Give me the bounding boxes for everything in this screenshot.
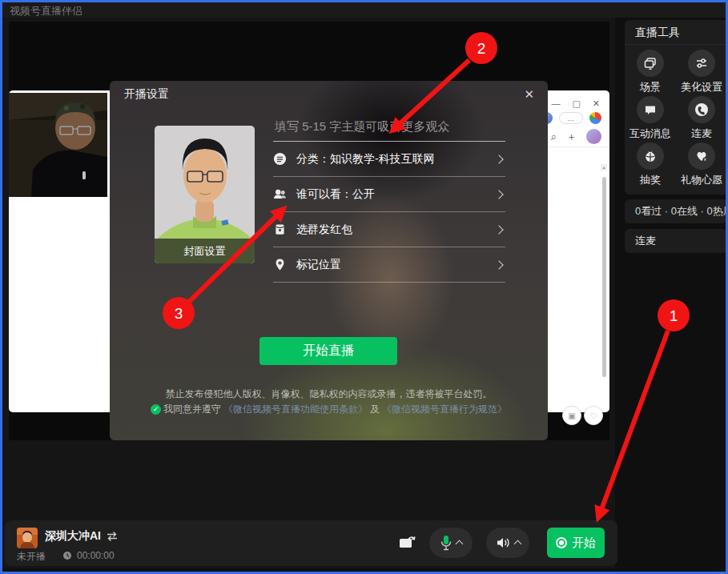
agreement-prefix: 我同意并遵守 bbox=[163, 403, 221, 416]
mic-options-chevron-icon[interactable] bbox=[455, 540, 463, 548]
minimize-icon[interactable]: — bbox=[551, 98, 560, 109]
extensions-pill[interactable]: … bbox=[559, 112, 583, 124]
chevron-right-icon bbox=[494, 155, 503, 163]
mic-link-panel-title: 连麦 bbox=[625, 229, 728, 253]
tool-label: 礼物心愿 bbox=[681, 173, 722, 187]
viewer-stats: 0看过 · 0在线 · 0热度 bbox=[625, 199, 728, 223]
red-packet-label: 选群发红包 bbox=[296, 223, 496, 237]
speaker-options-chevron-icon[interactable] bbox=[513, 540, 521, 548]
agree-check-icon[interactable]: ✓ bbox=[151, 404, 161, 415]
start-broadcast-label: 开始 bbox=[572, 536, 596, 551]
visibility-icon bbox=[273, 187, 287, 201]
mic-link-panel: 连麦 bbox=[625, 229, 728, 253]
scroll-arrow-icon[interactable]: ▴ bbox=[601, 164, 607, 171]
bottom-control-bar: 深圳大冲AI 未开播 00:00:00 bbox=[5, 520, 617, 566]
chevron-right-icon bbox=[494, 190, 503, 199]
category-icon bbox=[273, 152, 287, 166]
app-window: 视频号直播伴侣 — ▢ ✕ … ⌕ ＋ bbox=[0, 0, 728, 574]
live-tools-title: 直播工具 bbox=[625, 20, 728, 45]
settings-form: 分类：知识教学-科技互联网 谁可以看：公开 选群发 bbox=[273, 113, 505, 283]
tool-label: 连麦 bbox=[691, 126, 712, 141]
lottery-icon bbox=[643, 149, 658, 163]
webcam-preview[interactable] bbox=[9, 93, 107, 197]
cover-setting[interactable]: 封面设置 bbox=[155, 126, 255, 263]
terms-link[interactable]: 《微信视频号直播功能使用条款》 bbox=[223, 403, 368, 416]
red-packet-icon bbox=[273, 223, 287, 236]
agreement-middle: 及 bbox=[370, 403, 380, 416]
scene-icon bbox=[643, 56, 658, 70]
beautify-settings-icon bbox=[694, 56, 709, 70]
page-widget-icon[interactable]: ▣ bbox=[562, 406, 581, 425]
chevron-right-icon bbox=[494, 260, 503, 269]
live-status: 未开播 bbox=[17, 550, 46, 564]
webcam-image bbox=[9, 93, 107, 197]
speaker-icon bbox=[496, 536, 510, 549]
browser-scrollbar[interactable] bbox=[602, 177, 606, 377]
tool-grid: 场景 美化设置 互动消息 bbox=[625, 45, 728, 189]
interactive-message-icon bbox=[643, 102, 658, 117]
record-icon bbox=[556, 537, 567, 548]
browser-divider bbox=[537, 147, 609, 147]
location-label: 标记位置 bbox=[296, 258, 496, 272]
visibility-row[interactable]: 谁可以看：公开 bbox=[273, 177, 505, 212]
tool-beautify-settings[interactable]: 美化设置 bbox=[676, 50, 727, 96]
tool-lottery[interactable]: 抽奖 bbox=[625, 142, 676, 189]
clock-icon bbox=[62, 551, 72, 560]
live-tools-panel: 直播工具 场景 美化设置 bbox=[625, 20, 728, 195]
search-icon[interactable]: ⌕ bbox=[551, 130, 557, 143]
channel-name: 深圳大冲AI bbox=[45, 529, 101, 544]
title-bar: 视频号直播伴侣 bbox=[2, 2, 726, 18]
start-broadcast-button[interactable]: 开始 bbox=[547, 528, 605, 558]
visibility-label: 谁可以看：公开 bbox=[296, 187, 496, 202]
browser-action-row: ⌕ ＋ bbox=[547, 129, 601, 144]
svg-text:1: 1 bbox=[670, 307, 678, 324]
tool-label: 美化设置 bbox=[681, 80, 722, 94]
annotation-circle-1: 1 bbox=[658, 299, 690, 331]
maximize-icon[interactable]: ▢ bbox=[572, 98, 580, 109]
location-row[interactable]: 标记位置 bbox=[273, 247, 505, 283]
topic-input[interactable] bbox=[273, 113, 505, 142]
gift-wish-icon bbox=[694, 149, 709, 163]
live-timer: 00:00:00 bbox=[77, 550, 115, 561]
tool-interactive-message[interactable]: 互动消息 bbox=[625, 96, 676, 142]
tool-label: 场景 bbox=[640, 80, 661, 94]
mic-link-icon bbox=[694, 102, 709, 117]
close-icon[interactable]: ✕ bbox=[593, 98, 600, 109]
switch-account-icon[interactable] bbox=[106, 531, 119, 542]
channel-avatar bbox=[17, 528, 38, 548]
tool-mic-link[interactable]: 连麦 bbox=[676, 96, 727, 142]
disclaimer-text: 禁止发布侵犯他人版权、肖像权、隐私权的内容或录播，违者将被平台处罚。 bbox=[110, 387, 548, 401]
tool-scene[interactable]: 场景 bbox=[625, 50, 676, 96]
account-avatar[interactable] bbox=[586, 129, 601, 144]
tool-label: 抽奖 bbox=[640, 173, 661, 187]
browser-logo-icon bbox=[589, 112, 601, 124]
agreement-row: ✓ 我同意并遵守 《微信视频号直播功能使用条款》 及 《微信视频号直播行为规范》 bbox=[110, 403, 548, 416]
chevron-right-icon bbox=[494, 225, 503, 234]
cover-setting-label[interactable]: 封面设置 bbox=[155, 239, 255, 263]
broadcast-settings-modal: 开播设置 ✕ 封面设置 bbox=[110, 81, 548, 440]
browser-window-controls[interactable]: — ▢ ✕ bbox=[551, 98, 600, 109]
stats-panel: 0看过 · 0在线 · 0热度 bbox=[625, 199, 728, 223]
screen-share-icon[interactable] bbox=[397, 532, 416, 552]
mic-control[interactable] bbox=[429, 528, 473, 558]
location-icon bbox=[273, 258, 287, 271]
modal-title: 开播设置 bbox=[124, 87, 169, 102]
category-label: 分类：知识教学-科技互联网 bbox=[296, 152, 496, 167]
new-tab-icon[interactable]: ＋ bbox=[566, 130, 577, 144]
tool-label: 互动消息 bbox=[629, 126, 671, 141]
page-like-icon[interactable]: ♡ bbox=[584, 406, 603, 425]
code-of-conduct-link[interactable]: 《微信视频号直播行为规范》 bbox=[382, 403, 507, 416]
speaker-control[interactable] bbox=[486, 528, 529, 558]
modal-close-icon[interactable]: ✕ bbox=[521, 84, 537, 105]
start-live-button[interactable]: 开始直播 bbox=[259, 337, 397, 365]
app-title: 视频号直播伴侣 bbox=[10, 4, 82, 18]
tool-gift-wish[interactable]: 礼物心愿 bbox=[676, 142, 727, 189]
category-row[interactable]: 分类：知识教学-科技互联网 bbox=[273, 142, 505, 177]
red-packet-row[interactable]: 选群发红包 bbox=[273, 212, 505, 247]
microphone-icon bbox=[440, 535, 452, 551]
